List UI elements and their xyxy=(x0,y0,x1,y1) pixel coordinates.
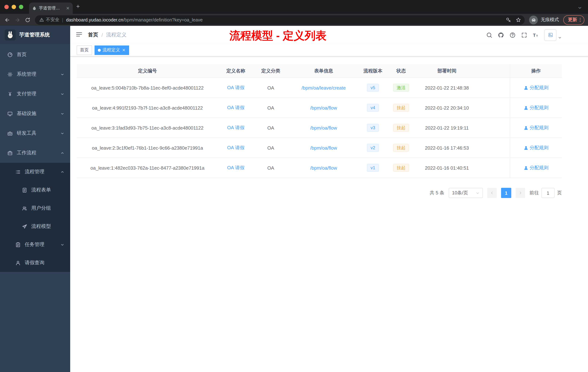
form-link[interactable]: /bpm/oa/flow xyxy=(310,125,337,131)
table-row: oa_leave:1:482ec033-762a-11ec-8477-a2380… xyxy=(77,158,562,178)
assign-rule-link[interactable]: 分配规则 xyxy=(524,104,548,111)
minimize-window-button[interactable] xyxy=(12,5,16,9)
kebab-menu-icon[interactable] xyxy=(578,17,583,22)
table-body: oa_leave:5:004b710b-7b8a-11ec-8ef0-acde4… xyxy=(77,78,562,178)
cell-category: OA xyxy=(253,78,288,98)
close-window-button[interactable] xyxy=(4,5,9,9)
assign-rule-link[interactable]: 分配规则 xyxy=(524,164,548,171)
tag-home[interactable]: 首页 xyxy=(77,45,92,55)
cell-filler xyxy=(478,118,510,138)
tab-close-icon[interactable] xyxy=(66,6,70,10)
sidebar-item-infrastructure[interactable]: 基础设施 xyxy=(0,104,70,123)
cell-action: 分配规则 xyxy=(510,158,562,178)
cell-version: v2 xyxy=(359,138,387,158)
address-bar[interactable]: 不安全 | dashboard.yudao.iocoder.cn /bpm/ma… xyxy=(35,15,525,25)
key-icon[interactable] xyxy=(506,17,511,22)
cell-id: oa_leave:5:004b710b-7b8a-11ec-8ef0-acde4… xyxy=(77,78,218,98)
version-tag: v1 xyxy=(367,164,379,172)
cell-form: /bpm/oa/flow xyxy=(288,158,359,178)
sidebar-item-label: 基础设施 xyxy=(17,110,56,117)
top-navbar: 首页 / 流程定义 流程模型 - 定义列表 TT xyxy=(70,26,588,44)
tag-process-definition[interactable]: 流程定义 xyxy=(94,45,129,55)
chevron-down-icon xyxy=(60,243,64,247)
sidebar-item-label: 研发工具 xyxy=(17,130,56,136)
prev-page-button[interactable] xyxy=(487,188,497,198)
bookmark-star-icon[interactable] xyxy=(516,17,521,22)
new-tab-button[interactable] xyxy=(76,4,84,12)
tag-close-icon[interactable] xyxy=(122,48,126,52)
cell-category: OA xyxy=(253,118,288,138)
sidebar-item-system-manage[interactable]: 系统管理 xyxy=(0,65,70,84)
fullscreen-icon[interactable] xyxy=(521,32,527,38)
url-path: /bpm/manager/definition?key=oa_leave xyxy=(123,17,203,22)
url-separator: | xyxy=(62,17,63,22)
status-tag: 挂起 xyxy=(393,164,409,172)
pagination-total: 共 5 条 xyxy=(430,190,444,196)
sidebar-logo[interactable]: 芋道管理系统 xyxy=(0,26,70,44)
form-link[interactable]: /bpm/oa/flow xyxy=(310,145,337,151)
search-icon[interactable] xyxy=(486,32,492,38)
cell-action: 分配规则 xyxy=(510,98,562,118)
sidebar-item-process-manage[interactable]: 流程管理 xyxy=(0,163,70,181)
logo-title: 芋道管理系统 xyxy=(19,32,50,38)
assign-rule-link[interactable]: 分配规则 xyxy=(524,85,548,91)
chrome-update-button[interactable]: 更新 xyxy=(563,15,584,25)
definition-name-link[interactable]: OA 请假 xyxy=(227,124,244,131)
forward-arrow-icon xyxy=(15,17,20,23)
user-avatar-dropdown[interactable] xyxy=(544,29,562,41)
sidebar-item-process-model[interactable]: 流程模型 xyxy=(0,217,70,236)
form-link[interactable]: /bpm/oa/leave/create xyxy=(302,85,346,90)
reload-button[interactable] xyxy=(22,15,33,25)
font-size-icon[interactable]: TT xyxy=(533,32,539,38)
cell-deploy_time: 2022-01-16 01:40:51 xyxy=(416,158,478,178)
definition-name-link[interactable]: OA 请假 xyxy=(227,164,244,171)
form-link[interactable]: /bpm/oa/flow xyxy=(310,105,337,110)
forward-button[interactable] xyxy=(12,15,22,25)
status-tag: 激活 xyxy=(393,84,409,92)
sidebar-item-process-form[interactable]: 流程表单 xyxy=(0,181,70,199)
sidebar-toggle-button[interactable] xyxy=(70,31,88,39)
sidebar-item-task-manage[interactable]: 任务管理 xyxy=(0,236,70,254)
page-size-select[interactable]: 10条/页 xyxy=(449,188,483,198)
zoom-window-button[interactable] xyxy=(19,5,23,9)
cell-name: OA 请假 xyxy=(218,118,253,138)
definition-name-link[interactable]: OA 请假 xyxy=(227,85,244,91)
help-question-icon[interactable] xyxy=(509,32,516,38)
breadcrumb-separator: / xyxy=(101,32,103,38)
sidebar-item-dev-tools[interactable]: 研发工具 xyxy=(0,123,70,143)
status-tag: 挂起 xyxy=(393,104,409,112)
avatar xyxy=(544,29,556,41)
github-icon[interactable] xyxy=(498,32,504,38)
cell-category: OA xyxy=(253,98,288,118)
breadcrumb-current: 流程定义 xyxy=(106,32,126,38)
sidebar-item-payment-manage[interactable]: 支付管理 xyxy=(0,84,70,104)
cell-deploy_time: 2022-01-22 21:48:38 xyxy=(416,78,478,98)
breadcrumb-home[interactable]: 首页 xyxy=(88,32,98,38)
browser-tab[interactable]: 芋道管理系统 xyxy=(29,2,73,14)
form-link[interactable]: /bpm/oa/flow xyxy=(310,165,337,171)
omnibox-actions xyxy=(502,17,521,22)
cell-deploy_time: 2022-01-22 20:34:10 xyxy=(416,98,478,118)
assign-rule-link[interactable]: 分配规则 xyxy=(524,124,548,131)
column-header-version: 流程版本 xyxy=(359,64,387,77)
definition-name-link[interactable]: OA 请假 xyxy=(227,144,244,151)
cell-version: v5 xyxy=(359,78,387,98)
tag-label: 首页 xyxy=(80,47,89,53)
cell-form: /bpm/oa/flow xyxy=(288,138,359,158)
tab-search-chevron-icon[interactable] xyxy=(578,5,582,10)
assign-rule-link[interactable]: 分配规则 xyxy=(524,144,548,151)
current-page-button[interactable]: 1 xyxy=(501,188,511,198)
sidebar-item-leave-query[interactable]: 请假查询 xyxy=(0,254,70,272)
definition-name-link[interactable]: OA 请假 xyxy=(227,104,244,111)
cell-filler xyxy=(478,78,510,98)
chevron-down-icon xyxy=(476,191,480,195)
avatar-caret-icon xyxy=(558,35,562,40)
sidebar-item-workflow[interactable]: 工作流程 xyxy=(0,143,70,163)
next-page-button[interactable] xyxy=(516,188,525,198)
goto-page-input[interactable] xyxy=(541,188,555,198)
reload-icon xyxy=(25,17,31,23)
sidebar-item-user-group[interactable]: 用户分组 xyxy=(0,199,70,217)
sidebar-item-label: 流程表单 xyxy=(31,187,70,193)
back-button[interactable] xyxy=(2,15,12,25)
sidebar-item-home[interactable]: 首页 xyxy=(0,45,70,65)
